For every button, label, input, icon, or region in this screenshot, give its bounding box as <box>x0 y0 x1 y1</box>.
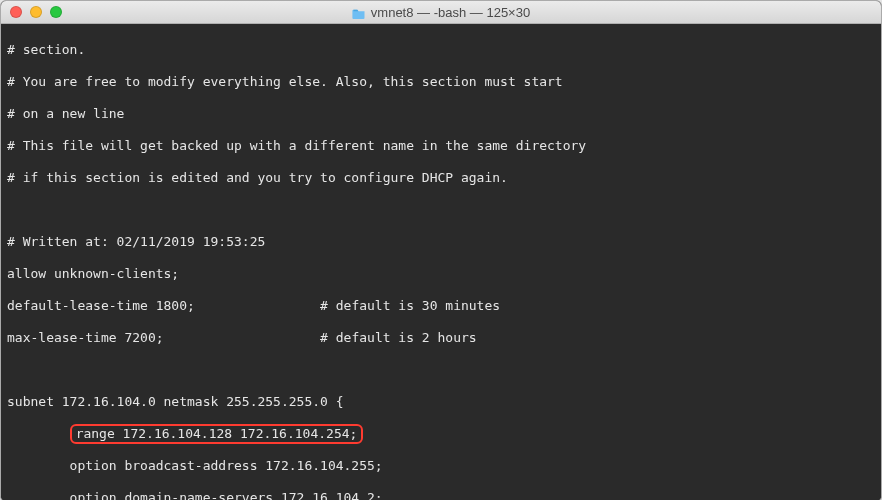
term-text: default-lease-time 1800; <box>7 298 195 313</box>
term-text: max-lease-time 7200; <box>7 330 164 345</box>
minimize-icon[interactable] <box>30 6 42 18</box>
highlight-range: range 172.16.104.128 172.16.104.254; <box>70 424 364 444</box>
term-line: option domain-name-servers 172.16.104.2; <box>7 490 875 500</box>
term-line: # on a new line <box>7 106 875 122</box>
term-line: range 172.16.104.128 172.16.104.254; <box>7 426 875 442</box>
term-line: # This file will get backed up with a di… <box>7 138 875 154</box>
term-line: allow unknown-clients; <box>7 266 875 282</box>
traffic-lights <box>1 6 62 18</box>
term-line: # if this section is edited and you try … <box>7 170 875 186</box>
term-line: # section. <box>7 42 875 58</box>
term-line: default-lease-time 1800; # default is 30… <box>7 298 875 314</box>
window-title: vmnet8 — -bash — 125×30 <box>371 5 530 20</box>
term-line: option broadcast-address 172.16.104.255; <box>7 458 875 474</box>
folder-icon <box>352 7 366 18</box>
term-comment: # default is 2 hours <box>320 330 477 345</box>
terminal-window: vmnet8 — -bash — 125×30 # section. # You… <box>0 0 882 500</box>
window-title-wrap: vmnet8 — -bash — 125×30 <box>1 5 881 20</box>
close-icon[interactable] <box>10 6 22 18</box>
term-line: # You are free to modify everything else… <box>7 74 875 90</box>
zoom-icon[interactable] <box>50 6 62 18</box>
term-comment: # default is 30 minutes <box>320 298 500 313</box>
term-line <box>7 362 875 378</box>
terminal-content[interactable]: # section. # You are free to modify ever… <box>1 24 881 500</box>
term-line <box>7 202 875 218</box>
term-line: # Written at: 02/11/2019 19:53:25 <box>7 234 875 250</box>
term-line: max-lease-time 7200; # default is 2 hour… <box>7 330 875 346</box>
term-line: subnet 172.16.104.0 netmask 255.255.255.… <box>7 394 875 410</box>
indent <box>7 426 70 441</box>
titlebar: vmnet8 — -bash — 125×30 <box>1 1 881 24</box>
